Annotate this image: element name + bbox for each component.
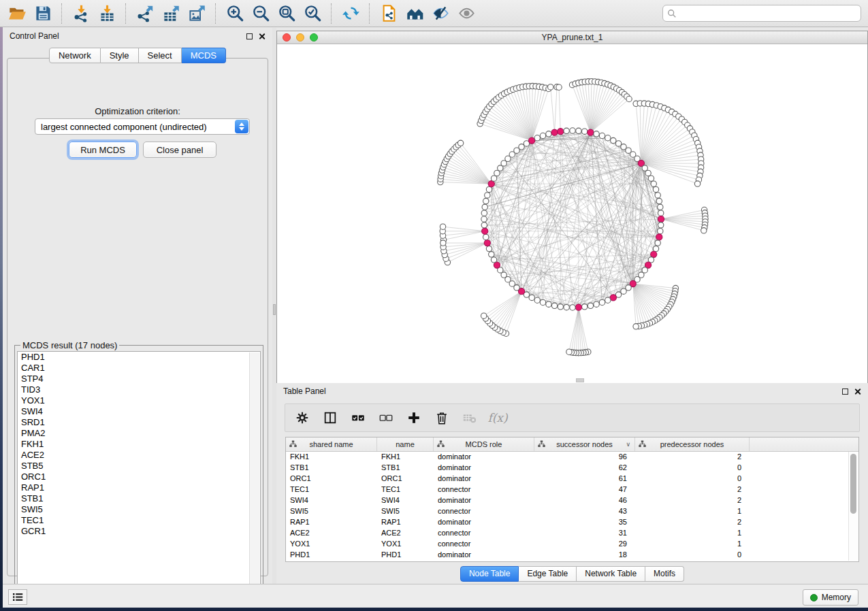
network-node[interactable] [483,234,489,240]
network-node[interactable] [615,141,621,146]
cell-predecessor-nodes[interactable]: 2 [635,517,750,528]
dominator-node[interactable] [529,137,535,144]
network-node[interactable] [633,324,639,329]
network-node[interactable] [564,128,569,133]
network-node[interactable] [701,228,707,233]
tab-style[interactable]: Style [101,48,139,63]
network-node[interactable] [658,204,663,210]
network-node[interactable] [653,246,658,251]
network-node[interactable] [540,299,545,305]
mcds-result-item[interactable]: TID3 [18,384,260,395]
network-node[interactable] [626,96,632,101]
network-node[interactable] [457,140,463,146]
network-node[interactable] [570,128,575,133]
cell-name[interactable]: FKH1 [377,452,434,463]
cell-successor-nodes[interactable]: 46 [534,495,635,506]
network-node[interactable] [621,144,626,150]
network-node[interactable] [564,304,569,310]
mcds-result-item[interactable]: TEC1 [18,515,260,526]
network-node[interactable] [540,133,545,138]
network-node[interactable] [588,303,593,308]
mcds-result-item[interactable]: ACE2 [18,450,260,461]
export-table-button[interactable] [158,3,184,24]
cell-name[interactable]: SWI5 [377,506,434,517]
cell-predecessor-nodes[interactable]: 1 [635,506,750,517]
zoom-out-button[interactable] [248,3,274,24]
dominator-node[interactable] [484,240,490,246]
dominator-node[interactable] [656,234,662,240]
network-node[interactable] [483,198,489,203]
cell-predecessor-nodes[interactable]: 1 [635,539,750,550]
network-node[interactable] [498,165,503,171]
home-button[interactable] [402,3,428,24]
cell-MCDS-role[interactable]: dominator [434,452,534,463]
network-node[interactable] [570,305,575,310]
cell-shared-name[interactable]: SWI4 [286,495,377,506]
cell-predecessor-nodes[interactable]: 0 [635,550,750,561]
cell-name[interactable]: TEC1 [377,484,434,495]
table-row[interactable]: PHD1PHD1dominator180 [286,550,858,561]
float-panel-icon[interactable] [246,33,253,39]
network-node[interactable] [582,129,588,134]
column-header-predecessor-nodes[interactable]: predecessor nodes [635,437,750,451]
cell-successor-nodes[interactable]: 29 [534,539,635,550]
network-node[interactable] [551,303,557,308]
export-network-button[interactable] [132,3,158,24]
close-panel-icon[interactable] [258,33,266,40]
column-header-shared-name[interactable]: shared name [286,437,377,451]
network-node[interactable] [611,137,616,143]
cell-MCDS-role[interactable]: dominator [434,474,534,484]
splitter-grip[interactable] [273,304,276,315]
network-node[interactable] [514,148,519,153]
network-node[interactable] [576,128,581,133]
cell-predecessor-nodes[interactable]: 0 [635,474,750,484]
network-node[interactable] [658,210,663,216]
network-node[interactable] [621,288,626,294]
close-panel-icon[interactable] [854,388,861,395]
cell-shared-name[interactable]: PHD1 [286,550,377,561]
network-node[interactable] [655,193,660,198]
network-node[interactable] [546,131,551,137]
table-row[interactable]: YOX1YOX1connector291 [286,539,858,550]
mcds-result-item[interactable]: GCR1 [18,526,260,537]
cell-MCDS-role[interactable]: connector [434,539,534,550]
column-header-MCDS-role[interactable]: MCDS role [434,437,534,451]
network-node[interactable] [648,176,654,181]
tab-motifs[interactable]: Motifs [645,566,684,582]
share-document-button[interactable] [376,3,402,24]
cell-shared-name[interactable]: SWI5 [286,506,377,517]
mcds-result-item[interactable]: STB1 [18,493,260,504]
network-node[interactable] [481,210,487,216]
tab-select[interactable]: Select [139,48,182,63]
network-node[interactable] [440,240,446,246]
dominator-node[interactable] [482,228,488,234]
mcds-result-list[interactable]: PHD1CAR1STP4TID3YOX1SWI4SRD1PMA2FKH1ACE2… [17,351,261,597]
mcds-result-item[interactable]: SRD1 [18,417,260,428]
table-settings-button[interactable] [293,409,311,427]
refresh-button[interactable] [338,3,364,24]
toggle-graphics-details-button[interactable] [428,3,453,24]
network-node[interactable] [481,222,487,228]
tab-edge-table[interactable]: Edge Table [519,566,577,582]
network-node[interactable] [655,240,660,246]
network-canvas[interactable] [277,44,867,383]
network-node[interactable] [556,84,562,90]
run-mcds-button[interactable]: Run MCDS [69,142,137,158]
cell-name[interactable]: PHD1 [377,550,434,561]
table-row[interactable]: STB1STB1dominator620 [286,463,858,474]
zoom-in-button[interactable] [222,3,248,24]
table-row[interactable]: RAP1RAP1dominator352 [286,517,858,528]
cell-predecessor-nodes[interactable]: 2 [635,452,750,463]
cell-successor-nodes[interactable]: 96 [534,452,635,463]
network-node[interactable] [582,304,588,310]
mcds-result-item[interactable]: SWI4 [18,406,260,417]
function-builder-button[interactable]: f(x) [489,409,507,427]
network-node[interactable] [482,204,487,210]
dominator-node[interactable] [651,251,657,257]
tab-network[interactable]: Network [49,48,101,63]
column-header-name[interactable]: name [377,437,434,451]
cell-MCDS-role[interactable]: dominator [434,550,534,561]
table-scrollbar-thumb[interactable] [850,454,856,514]
network-node[interactable] [481,216,487,222]
mcds-result-item[interactable]: PHD1 [18,352,260,363]
